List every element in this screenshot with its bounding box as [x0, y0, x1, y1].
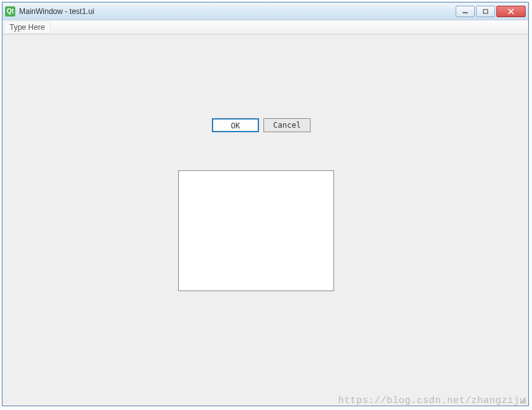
- cancel-button[interactable]: Cancel: [263, 118, 311, 132]
- qt-app-icon: Qt: [5, 6, 15, 17]
- titlebar[interactable]: Qt MainWindow - test1.ui: [3, 3, 528, 20]
- svg-rect-1: [484, 10, 488, 13]
- ok-button[interactable]: OK: [212, 118, 259, 132]
- close-button[interactable]: [496, 6, 526, 17]
- resize-grip-icon[interactable]: [518, 395, 527, 404]
- main-window: Qt MainWindow - test1.ui Type Here OK Ca…: [2, 2, 529, 406]
- maximize-button[interactable]: [476, 6, 495, 17]
- window-controls: [456, 6, 526, 17]
- minimize-button[interactable]: [456, 6, 475, 17]
- menubar[interactable]: Type Here: [3, 20, 528, 34]
- text-edit-widget[interactable]: [178, 170, 334, 291]
- window-title: MainWindow - test1.ui: [19, 7, 456, 16]
- svg-line-6: [525, 402, 526, 404]
- menu-type-here-placeholder[interactable]: Type Here: [4, 21, 50, 34]
- designer-canvas[interactable]: OK Cancel: [3, 34, 528, 406]
